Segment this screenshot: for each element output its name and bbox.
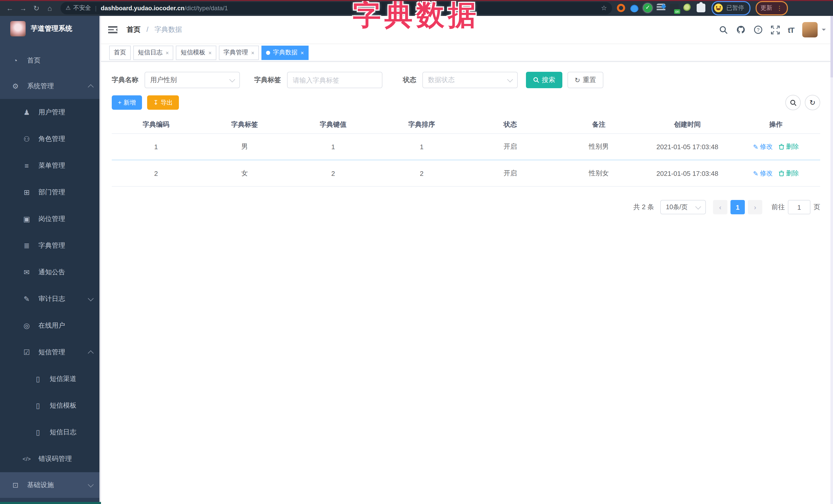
extension-icon[interactable] xyxy=(643,4,652,12)
extension-icon[interactable] xyxy=(657,4,665,12)
sidebar: 芋道管理系统 ◔ 首页 ⚙ 系统管理 ♟ 用户管理 ⚇ 角 xyxy=(0,16,101,504)
browser-home-icon[interactable]: ⌂ xyxy=(43,4,56,12)
extension-icon[interactable] xyxy=(683,4,692,12)
page-scrollbar[interactable] xyxy=(830,16,833,504)
app-logo[interactable]: 芋道管理系统 xyxy=(0,16,101,42)
close-icon[interactable]: × xyxy=(301,49,304,56)
close-icon[interactable]: × xyxy=(251,49,255,56)
tab-dict-data[interactable]: 字典数据 × xyxy=(262,45,309,60)
next-page-button[interactable]: › xyxy=(748,200,762,214)
breadcrumb-separator: / xyxy=(147,26,149,33)
browser-profile-chip[interactable]: 已暂停 xyxy=(712,1,750,15)
search-icon[interactable] xyxy=(719,25,728,34)
add-button[interactable]: + 新增 xyxy=(112,95,142,110)
tab-dict-management[interactable]: 字典管理 × xyxy=(219,45,259,60)
github-icon[interactable] xyxy=(736,25,745,34)
sidebar-scrollbar[interactable] xyxy=(99,16,101,504)
bookmark-star-icon[interactable]: ☆ xyxy=(601,4,607,12)
dashboard-icon: ◔ xyxy=(10,56,21,65)
active-dot xyxy=(266,50,270,55)
edit-button[interactable]: ✎ 修改 xyxy=(753,169,773,178)
sidebar-item-infrastructure[interactable]: ⊡ 基础设施 xyxy=(0,472,101,498)
fullscreen-icon[interactable] xyxy=(771,25,780,34)
extension-icon[interactable] xyxy=(617,4,625,12)
browser-menu-icon[interactable]: ⋮ xyxy=(776,4,783,11)
sidebar-item-label: 在线用户 xyxy=(39,321,65,330)
sidebar-item-label: 短信管理 xyxy=(39,347,65,357)
close-icon[interactable]: × xyxy=(166,49,169,56)
sidebar-item-error-code-management[interactable]: </> 错误码管理 xyxy=(0,446,101,472)
sidebar-item-post-management[interactable]: ▣ 岗位管理 xyxy=(0,206,101,232)
breadcrumb-current: 字典数据 xyxy=(154,26,182,33)
delete-button[interactable]: 删除 xyxy=(779,169,799,178)
help-icon[interactable]: ? xyxy=(754,25,763,34)
browser-back-icon[interactable]: ← xyxy=(3,4,17,12)
prev-page-button[interactable]: ‹ xyxy=(713,200,728,214)
delete-button[interactable]: 删除 xyxy=(779,142,799,151)
browser-update-button[interactable]: 更新 ⋮ xyxy=(755,1,788,15)
col-header-sort: 字典排序 xyxy=(378,120,466,129)
refresh-table-button[interactable]: ↻ xyxy=(805,95,820,110)
toggle-search-button[interactable] xyxy=(785,95,801,110)
chevron-down-icon xyxy=(88,295,94,301)
org-tree-icon: ⊞ xyxy=(22,188,32,196)
font-size-icon[interactable]: tT xyxy=(788,25,794,34)
status-select[interactable]: 数据状态 xyxy=(422,72,518,88)
sidebar-item-role-management[interactable]: ⚇ 角色管理 xyxy=(0,126,101,152)
sidebar-item-notice-announcement[interactable]: ✉ 通知公告 xyxy=(0,259,101,286)
tab-label: 首页 xyxy=(114,48,126,57)
col-header-actions: 操作 xyxy=(732,120,820,129)
logo-image xyxy=(10,21,26,37)
search-icon xyxy=(790,99,796,106)
plus-icon: + xyxy=(118,99,121,106)
sidebar-item-label: 角色管理 xyxy=(39,134,65,144)
close-icon[interactable]: × xyxy=(208,49,212,56)
online-users-icon: ◎ xyxy=(22,321,32,330)
sidebar-item-dict-management[interactable]: ≣ 字典管理 xyxy=(0,232,101,259)
sidebar-item-department-management[interactable]: ⊞ 部门管理 xyxy=(0,179,101,206)
sidebar-item-system-management[interactable]: ⚙ 系统管理 xyxy=(0,73,101,99)
sidebar-item-menu-management[interactable]: ≡ 菜单管理 xyxy=(0,152,101,179)
browser-reload-icon[interactable]: ↻ xyxy=(30,4,43,12)
tab-label: 短信日志 xyxy=(138,48,163,57)
caret-down-icon[interactable] xyxy=(822,29,826,33)
user-icon: ♟ xyxy=(22,108,32,116)
sidebar-item-audit-log[interactable]: ✎ 审计日志 xyxy=(0,286,101,312)
sidebar-item-sms-log[interactable]: ▯ 短信日志 xyxy=(0,419,101,446)
search-button[interactable]: 搜索 xyxy=(526,72,562,88)
security-label[interactable]: 不安全 xyxy=(73,4,91,12)
page-size-select[interactable]: 10条/页 xyxy=(660,200,706,214)
breadcrumb-home[interactable]: 首页 xyxy=(127,26,140,33)
main-area: 首页 / 字典数据 ? tT xyxy=(101,16,833,504)
sidebar-item-online-users[interactable]: ◎ 在线用户 xyxy=(0,312,101,339)
dict-label-input[interactable] xyxy=(287,72,382,88)
cell-remark: 性别男 xyxy=(555,142,643,151)
sidebar-collapse-icon[interactable] xyxy=(108,26,117,33)
address-bar[interactable]: ⚠ 不安全 | dashboard.yudao.iocoder.cn /dict… xyxy=(61,2,612,14)
edit-button[interactable]: ✎ 修改 xyxy=(753,142,773,151)
sidebar-item-sms-template[interactable]: ▯ 短信模板 xyxy=(0,392,101,419)
sidebar-item-sms-management[interactable]: ☑ 短信管理 xyxy=(0,339,101,365)
extensions-puzzle-icon[interactable] xyxy=(697,4,705,12)
goto-page-input[interactable] xyxy=(788,200,810,214)
extension-icon[interactable]: on xyxy=(670,4,679,12)
tab-sms-template[interactable]: 短信模板 × xyxy=(176,45,216,60)
user-avatar[interactable] xyxy=(802,22,818,38)
profile-status-label: 已暂停 xyxy=(727,4,744,12)
export-button[interactable]: ↧ 导出 xyxy=(147,95,179,110)
sidebar-item-sms-channel[interactable]: ▯ 短信渠道 xyxy=(0,365,101,392)
sidebar-item-user-management[interactable]: ♟ 用户管理 xyxy=(0,99,101,126)
breadcrumb: 首页 / 字典数据 xyxy=(127,25,182,34)
tab-home[interactable]: 首页 xyxy=(109,45,131,60)
current-page-button[interactable]: 1 xyxy=(731,200,745,214)
menu-list-icon: ≡ xyxy=(22,162,32,170)
extension-icon[interactable] xyxy=(630,4,639,12)
col-header-code: 字典编码 xyxy=(112,120,200,129)
sidebar-item-home[interactable]: ◔ 首页 xyxy=(0,48,101,73)
reset-button[interactable]: ↻ 重置 xyxy=(568,72,603,88)
sidebar-menu: ◔ 首页 ⚙ 系统管理 xyxy=(0,42,101,99)
tab-sms-log[interactable]: 短信日志 × xyxy=(133,45,173,60)
dict-name-select[interactable]: 用户性别 xyxy=(145,72,240,88)
browser-forward-icon[interactable]: → xyxy=(17,4,30,12)
table-header-row: 字典编码 字典标签 字典键值 字典排序 状态 备注 创建时间 操作 xyxy=(112,116,820,134)
